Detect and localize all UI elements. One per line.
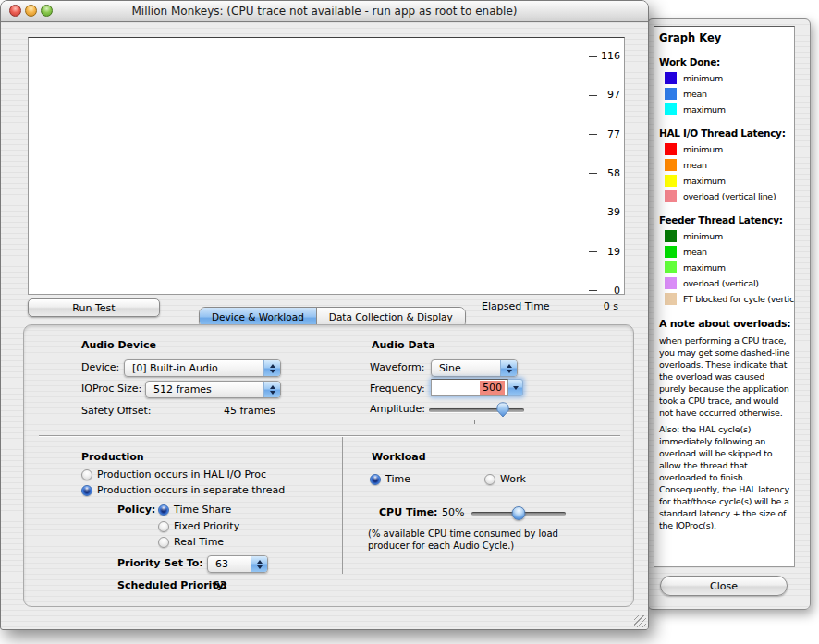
- popup-arrows-icon: [263, 360, 280, 376]
- waveform-popup-value: Sine: [432, 362, 500, 374]
- color-swatch-icon: [665, 190, 677, 202]
- popup-arrows-icon: [500, 360, 517, 376]
- key-item-label: maximum: [683, 262, 726, 273]
- slider-tick-mark: [474, 420, 475, 424]
- title-bar[interactable]: Million Monkeys: (CPU trace not availabl…: [1, 1, 648, 22]
- key-item: mean: [665, 88, 791, 100]
- key-item-label: minimum: [683, 231, 723, 241]
- priority-popup-value: 63: [208, 558, 251, 570]
- y-tick: 116: [589, 51, 620, 62]
- workload-work-radio[interactable]: [484, 474, 495, 485]
- key-section-heading: Feeder Thread Latency:: [659, 214, 791, 225]
- waveform-popup[interactable]: Sine: [431, 359, 518, 377]
- cpu-time-value: 50%: [442, 506, 464, 519]
- key-item: maximum: [665, 175, 791, 187]
- key-item: overload (vertical): [665, 277, 791, 289]
- policy-time-share-radio[interactable]: [158, 504, 169, 516]
- scheduled-priority-label: Scheduled Priority:: [117, 579, 227, 592]
- color-swatch-icon: [665, 246, 677, 258]
- key-item-label: minimum: [683, 73, 723, 83]
- key-item-label: mean: [683, 247, 707, 257]
- cpu-time-label: CPU Time:: [379, 506, 438, 519]
- key-item-label: FT blocked for cycle (vertical): [683, 294, 795, 304]
- production-hal-label[interactable]: Production occurs in HAL I/O Proc: [97, 468, 266, 481]
- color-swatch-icon: [665, 103, 677, 115]
- safety-offset-label: Safety Offset:: [81, 405, 151, 418]
- cpu-time-note: (% available CPU time consumed by load p…: [368, 528, 564, 552]
- popup-arrows-icon: [251, 556, 267, 572]
- policy-label: Policy:: [117, 504, 155, 516]
- key-item: mean: [665, 159, 791, 171]
- section-divider-horizontal: [39, 435, 620, 437]
- amplitude-slider-thumb[interactable]: [496, 402, 510, 418]
- priority-popup[interactable]: 63: [207, 555, 268, 573]
- desktop: Graph Key Work Done:minimummeanmaximumHA…: [0, 0, 819, 644]
- chevron-down-icon: [513, 386, 519, 390]
- production-thread-label[interactable]: Production occurs in separate thread: [97, 484, 285, 497]
- frequency-label: Frequency:: [370, 383, 425, 395]
- section-divider-vertical: [342, 437, 343, 574]
- production-thread-radio[interactable]: [81, 485, 92, 496]
- scheduled-priority-value: 63: [213, 579, 226, 592]
- close-button[interactable]: Close: [660, 576, 788, 596]
- workload-heading: Workload: [372, 451, 426, 464]
- policy-real-time-radio[interactable]: [158, 537, 169, 548]
- key-item: minimum: [665, 143, 791, 155]
- graph-key-sections: Work Done:minimummeanmaximumHAL I/O Thre…: [659, 56, 791, 305]
- y-tick: 97: [589, 90, 620, 101]
- safety-offset-value: 45 frames: [224, 405, 275, 418]
- ioproc-size-popup[interactable]: 512 frames: [145, 381, 281, 398]
- cpu-time-slider[interactable]: [471, 512, 566, 516]
- key-section-heading: HAL I/O Thread Latency:: [659, 128, 791, 139]
- key-item-label: mean: [683, 89, 707, 99]
- amplitude-slider[interactable]: [429, 408, 524, 412]
- color-swatch-icon: [665, 230, 677, 242]
- graph-key-title: Graph Key: [659, 31, 791, 44]
- overload-note-paragraph-1: when performing a CPU trace, you may get…: [659, 334, 791, 419]
- key-section-heading: Work Done:: [659, 56, 791, 67]
- run-test-button[interactable]: Run Test: [28, 298, 160, 317]
- y-tick: 19: [589, 247, 620, 258]
- overload-note-paragraph-2: Also: the HAL cycle(s) immediately follo…: [659, 423, 791, 531]
- policy-real-time-label[interactable]: Real Time: [174, 536, 224, 549]
- y-tick: 77: [589, 129, 620, 140]
- production-heading: Production: [81, 451, 144, 464]
- overload-note-heading: A note about overloads:: [659, 318, 791, 330]
- key-item-label: mean: [683, 160, 707, 170]
- y-tick: 0: [589, 286, 620, 297]
- y-tick: 39: [589, 207, 620, 218]
- device-popup[interactable]: [0] Built-in Audio: [124, 359, 281, 377]
- graph-key-window: Graph Key Work Done:minimummeanmaximumHA…: [647, 18, 811, 610]
- color-swatch-icon: [665, 175, 677, 187]
- resize-grip[interactable]: [634, 615, 646, 627]
- device-label: Device:: [81, 361, 119, 374]
- policy-fixed-priority-radio[interactable]: [158, 521, 169, 532]
- frequency-value: 500: [480, 381, 505, 395]
- workload-time-radio[interactable]: [370, 474, 381, 485]
- ioproc-size-label: IOProc Size:: [81, 383, 141, 395]
- elapsed-time-value: 0 s: [574, 300, 618, 313]
- policy-fixed-priority-label[interactable]: Fixed Priority: [174, 520, 239, 533]
- frequency-field[interactable]: 500: [431, 379, 508, 396]
- policy-time-share-label[interactable]: Time Share: [174, 504, 231, 516]
- key-item: overload (vertical line): [665, 190, 791, 202]
- cpu-time-slider-thumb[interactable]: [512, 506, 526, 520]
- color-swatch-icon: [665, 143, 677, 155]
- amplitude-label: Amplitude:: [370, 403, 425, 416]
- workload-work-label[interactable]: Work: [500, 473, 526, 486]
- key-item-label: overload (vertical line): [683, 191, 776, 201]
- audio-device-heading: Audio Device: [81, 339, 156, 352]
- frequency-dropdown-button[interactable]: [508, 379, 523, 396]
- popup-arrows-icon: [263, 382, 280, 397]
- graph-key-box: Graph Key Work Done:minimummeanmaximumHA…: [654, 26, 795, 567]
- workload-time-label[interactable]: Time: [385, 473, 410, 486]
- key-item: maximum: [665, 261, 791, 273]
- color-swatch-icon: [665, 159, 677, 171]
- key-item: minimum: [665, 72, 791, 84]
- color-swatch-icon: [665, 277, 677, 289]
- key-item-label: maximum: [683, 176, 726, 186]
- y-tick: 58: [589, 168, 620, 179]
- key-item-label: overload (vertical): [683, 278, 759, 288]
- color-swatch-icon: [665, 88, 677, 100]
- production-hal-radio[interactable]: [81, 469, 92, 480]
